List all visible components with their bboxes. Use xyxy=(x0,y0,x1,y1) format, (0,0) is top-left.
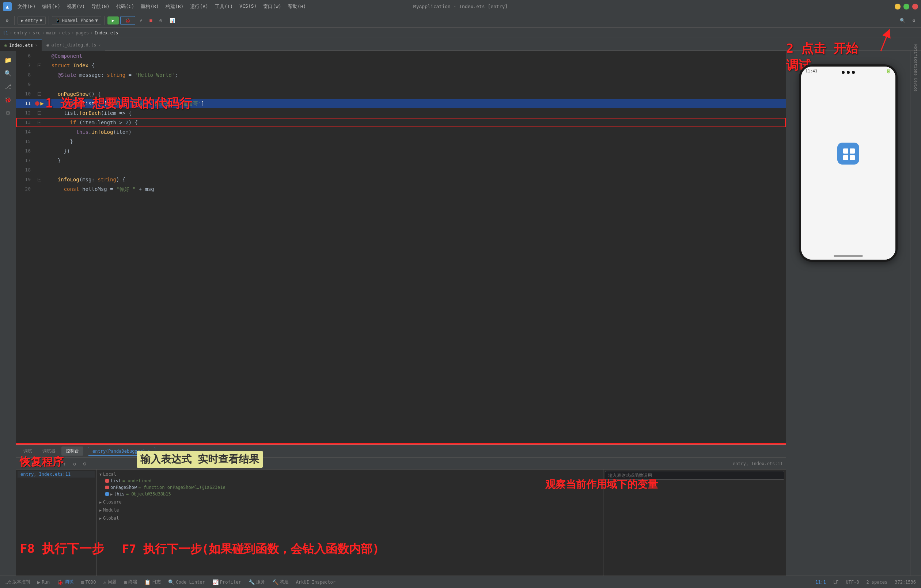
fold-icon-19[interactable]: − xyxy=(37,178,41,181)
device-battery: 🔋 xyxy=(886,69,891,73)
sidebar-icon-extensions[interactable]: ⊞ xyxy=(2,107,14,119)
separator xyxy=(14,16,15,25)
fold-icon-13[interactable]: − xyxy=(37,121,41,124)
breadcrumb-file[interactable]: Index.ets xyxy=(94,30,118,36)
menu-build[interactable]: 构建(B) xyxy=(163,2,186,11)
session-tab[interactable]: entry(PandaDebugger) ✕ xyxy=(88,447,155,456)
sidebar-icon-files[interactable]: 📁 xyxy=(2,54,14,66)
sidebar-icon-debug[interactable]: 🐞 xyxy=(2,94,14,105)
menu-window[interactable]: 窗口(W) xyxy=(260,2,284,11)
breadcrumb-src[interactable]: src xyxy=(33,30,41,36)
breadcrumb-ets[interactable]: ets xyxy=(62,30,70,36)
todo-btn[interactable]: ≡ TODO xyxy=(78,578,98,586)
line-num-19: 19 xyxy=(16,175,35,184)
log-label: 日志 xyxy=(152,579,161,585)
debug-tab-console[interactable]: 控制台 xyxy=(62,446,83,456)
resume-btn[interactable]: ▶ xyxy=(19,459,28,468)
debug-button[interactable]: 🐞 xyxy=(120,16,135,25)
notifications-icon[interactable]: Notifications xyxy=(910,54,921,66)
breadcrumb-entry[interactable]: entry xyxy=(14,30,27,36)
settings-btn[interactable]: ⚙ xyxy=(3,16,11,24)
step-out-btn[interactable]: ↑ xyxy=(60,459,69,468)
menu-vcs[interactable]: VCS(S) xyxy=(236,2,259,11)
menu-file[interactable]: 文件(F) xyxy=(15,2,38,11)
code-linter-btn[interactable]: 🔍 Code Linter xyxy=(166,578,207,586)
step-into-btn[interactable]: ↓ xyxy=(50,459,59,468)
menu-tools[interactable]: 工具(T) xyxy=(212,2,236,11)
fold-icon-10[interactable]: − xyxy=(37,92,41,96)
device-time: 11:41 xyxy=(805,69,818,73)
step-over-btn[interactable]: ↷ xyxy=(39,459,48,468)
var-section-module-header[interactable]: ▶ Module xyxy=(98,507,602,513)
restart-btn[interactable]: ↺ xyxy=(70,459,79,468)
build-icon: 🔨 xyxy=(272,579,278,585)
code-line-20: 20 const helloMsg = "你好 " + msg xyxy=(16,184,786,194)
tab-alert-dialog[interactable]: ◉ alert_dialog.d.ts ✕ xyxy=(42,39,105,51)
menu-refactor[interactable]: 重构(R) xyxy=(138,2,161,11)
indent-indicator: 2 spaces xyxy=(864,579,890,585)
editor-container: 6 @Component 7 − struct Index { 8 @State… xyxy=(16,51,786,576)
line-num-20: 20 xyxy=(16,184,35,194)
build-btn[interactable]: 🔨 构建 xyxy=(270,578,291,586)
sidebar-icon-git[interactable]: ⎇ xyxy=(2,80,14,92)
git-icon: ⎇ xyxy=(5,579,11,585)
fold-icon-7[interactable]: − xyxy=(37,64,41,67)
menu-help[interactable]: 帮助(H) xyxy=(285,2,309,11)
debug-status-btn[interactable]: 🐞 调试 xyxy=(55,578,76,586)
var-section-global-header[interactable]: ▶ Global xyxy=(98,515,602,521)
menu-view[interactable]: 视图(V) xyxy=(64,2,88,11)
tab-close-btn2[interactable]: ✕ xyxy=(98,43,101,47)
menu-code[interactable]: 代码(C) xyxy=(113,2,137,11)
sidebar-sep xyxy=(916,69,916,76)
breadcrumb-main[interactable]: main xyxy=(46,30,57,36)
var-item-this: ▶ this = Object@35d38b15 xyxy=(98,491,602,497)
attach-button[interactable]: ⚡ xyxy=(137,16,145,24)
entry-selector[interactable]: ▶ entry ▼ xyxy=(18,16,46,25)
position-label: 372:1536 xyxy=(895,580,916,585)
debug-tab-debugger[interactable]: 调试器 xyxy=(38,446,60,456)
code-editor[interactable]: 6 @Component 7 − struct Index { 8 @State… xyxy=(16,51,786,444)
profile-button[interactable]: 📊 xyxy=(167,16,178,24)
breakpoint-11[interactable] xyxy=(35,101,39,106)
version-control-btn[interactable]: ⎇ 版本控制 xyxy=(3,578,32,586)
maximize-button[interactable]: □ xyxy=(903,4,909,10)
code-content-10: onPageShow() { xyxy=(44,89,786,99)
profiler-btn[interactable]: 📈 Profiler xyxy=(210,578,243,586)
run-button[interactable]: ▶ xyxy=(107,16,119,24)
fold-icon-12[interactable]: − xyxy=(37,111,41,115)
log-btn[interactable]: 📋 日志 xyxy=(142,578,163,586)
position-indicator: 372:1536 xyxy=(892,579,918,585)
call-item-1[interactable]: entry, Index.ets:11 xyxy=(18,471,94,477)
var-val-this: = Object@35d38b15 xyxy=(126,492,171,497)
breadcrumb-pages[interactable]: pages xyxy=(76,30,89,36)
global-settings[interactable]: ⚙ xyxy=(910,16,918,24)
gutter-10: − xyxy=(35,92,44,96)
close-button[interactable]: ✕ xyxy=(912,4,918,10)
settings-debug-btn[interactable]: ⚙ xyxy=(80,459,89,468)
var-section-closure-header[interactable]: ▶ Closure xyxy=(98,499,602,505)
menu-run[interactable]: 运行(R) xyxy=(187,2,211,11)
stop-button[interactable]: ■ xyxy=(146,16,155,24)
expand-this-icon[interactable]: ▶ xyxy=(111,492,112,496)
tab-close-btn[interactable]: ✕ xyxy=(35,43,37,47)
var-section-local-header[interactable]: ▼ Local xyxy=(98,471,602,477)
arkui-inspector-btn[interactable]: ArkUI Inspector xyxy=(294,579,338,585)
minimize-button[interactable]: — xyxy=(895,4,900,10)
search-button[interactable]: 🔍 xyxy=(897,16,908,24)
right-icon-1[interactable]: Device xyxy=(910,79,921,91)
menu-nav[interactable]: 导航(N) xyxy=(88,2,112,11)
run-btn[interactable]: ▶ Run xyxy=(35,578,52,586)
stop-debug-btn[interactable]: ■ xyxy=(29,459,38,468)
debug-tab-debug[interactable]: 调试 xyxy=(19,446,37,456)
sidebar-icon-search[interactable]: 🔍 xyxy=(2,67,14,79)
problems-btn[interactable]: ⚠ 问题 xyxy=(101,578,119,586)
breadcrumb-t1[interactable]: t1 xyxy=(3,30,8,36)
services-btn[interactable]: 🔧 服务 xyxy=(246,578,267,586)
device-selector[interactable]: 📱 Huawei_Phone ▼ xyxy=(52,16,101,25)
expression-input[interactable] xyxy=(605,471,784,480)
tab-index-ets[interactable]: ◉ Index.ets ✕ xyxy=(0,39,42,51)
terminal-btn[interactable]: ⊞ 终端 xyxy=(122,578,139,586)
menu-edit[interactable]: 编辑(E) xyxy=(39,2,63,11)
code-line-16: 16 }) xyxy=(16,146,786,156)
coverage-button[interactable]: ◎ xyxy=(156,16,165,24)
